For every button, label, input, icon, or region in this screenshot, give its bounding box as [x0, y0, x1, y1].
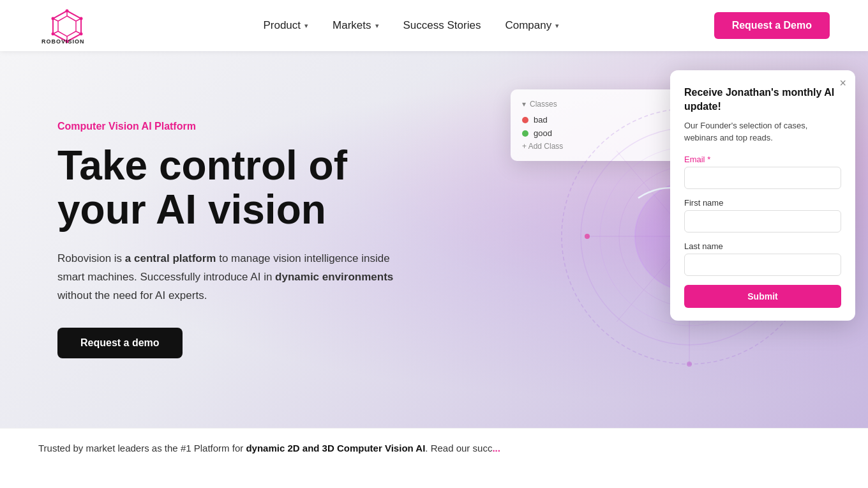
hero-tag: Computer Vision AI Platform — [57, 121, 396, 132]
svg-point-26 — [687, 362, 692, 367]
first-name-label: First name — [684, 198, 841, 208]
read-more-link[interactable]: ... — [492, 443, 500, 454]
hero-description: Robovision is a central platform to mana… — [57, 250, 396, 305]
last-name-field[interactable] — [684, 254, 841, 276]
chevron-down-icon: ▾ — [375, 22, 379, 30]
svg-marker-1 — [58, 16, 76, 36]
nav-markets[interactable]: Markets ▾ — [324, 14, 387, 37]
email-field[interactable] — [684, 167, 841, 189]
last-name-label: Last name — [684, 241, 841, 251]
svg-text:ROBOVISION: ROBOVISION — [41, 38, 85, 45]
hero-content: Computer Vision AI Platform Take control… — [0, 121, 396, 359]
main-nav: ROBOVISION Product ▾ Markets ▾ Success S… — [0, 0, 868, 51]
highlight-text: dynamic 2D and 3D Computer Vision AI — [246, 443, 425, 454]
popup-close-button[interactable]: × — [839, 77, 846, 90]
popup-subtitle: Our Founder's selection of cases, webina… — [684, 119, 841, 144]
nav-product[interactable]: Product ▾ — [254, 14, 317, 37]
nav-success-stories[interactable]: Success Stories — [394, 14, 490, 37]
hero-title: Take control of your AI vision — [57, 144, 396, 232]
chevron-down-icon: ▾ — [555, 22, 559, 30]
bottom-trust-bar: Trusted by market leaders as the #1 Plat… — [0, 428, 868, 468]
nav-links: Product ▾ Markets ▾ Success Stories Comp… — [254, 14, 568, 37]
logo-icon: ROBOVISION — [38, 6, 108, 45]
request-demo-hero-button[interactable]: Request a demo — [57, 328, 183, 358]
popup-submit-button[interactable]: Submit — [684, 285, 841, 308]
request-demo-nav-button[interactable]: Request a Demo — [714, 12, 830, 39]
nav-company[interactable]: Company ▾ — [496, 14, 568, 37]
green-dot-icon — [522, 130, 528, 137]
chevron-down-icon: ▾ — [304, 22, 308, 30]
red-dot-icon — [522, 117, 528, 123]
logo[interactable]: ROBOVISION — [38, 6, 108, 45]
newsletter-popup: × Receive Jonathan's monthly AI update! … — [670, 70, 855, 321]
svg-point-27 — [585, 234, 590, 239]
first-name-field[interactable] — [684, 210, 841, 233]
email-label: Email * — [684, 155, 841, 164]
popup-title: Receive Jonathan's monthly AI update! — [684, 86, 841, 114]
